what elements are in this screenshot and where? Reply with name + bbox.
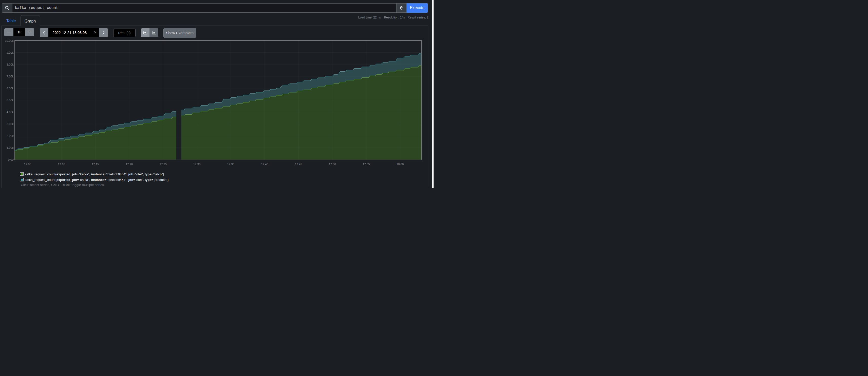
svg-text:18:00: 18:00: [397, 163, 404, 166]
svg-text:6.00k: 6.00k: [7, 87, 14, 90]
svg-text:17:05: 17:05: [24, 163, 31, 166]
svg-text:17:55: 17:55: [363, 163, 370, 166]
svg-text:17:40: 17:40: [261, 163, 268, 166]
svg-text:0.00: 0.00: [8, 158, 14, 161]
svg-text:17:45: 17:45: [295, 163, 302, 166]
svg-text:3.00k: 3.00k: [7, 123, 14, 126]
svg-text:2.00k: 2.00k: [7, 134, 14, 137]
svg-text:8.00k: 8.00k: [7, 63, 14, 66]
svg-text:17:25: 17:25: [159, 163, 166, 166]
svg-text:9.00k: 9.00k: [7, 51, 14, 54]
svg-text:7.00k: 7.00k: [7, 75, 14, 78]
svg-text:17:10: 17:10: [58, 163, 65, 166]
svg-text:4.00k: 4.00k: [7, 110, 14, 114]
svg-text:17:30: 17:30: [193, 163, 200, 166]
svg-text:17:15: 17:15: [92, 163, 99, 166]
svg-text:1.00k: 1.00k: [7, 146, 14, 149]
svg-text:5.00k: 5.00k: [7, 99, 14, 102]
svg-text:17:50: 17:50: [329, 163, 336, 166]
svg-text:17:20: 17:20: [126, 163, 133, 166]
svg-text:10.00k: 10.00k: [5, 39, 14, 42]
svg-text:17:35: 17:35: [227, 163, 235, 166]
